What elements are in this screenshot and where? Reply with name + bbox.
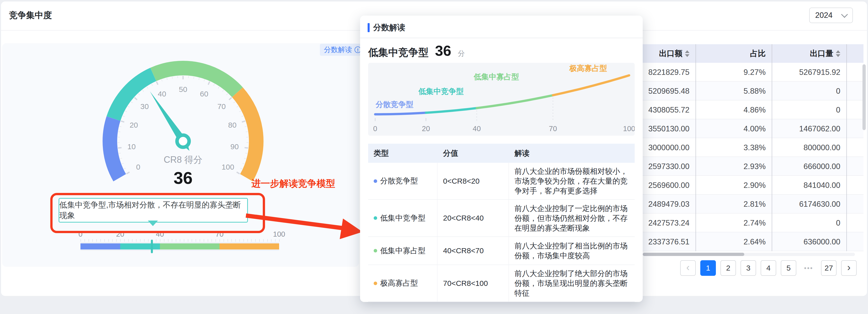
gauge-tick — [229, 98, 231, 100]
table-cell: 2.90% — [695, 176, 772, 195]
gauge-title: CR8 得分 — [164, 154, 203, 165]
gauge-tick — [131, 102, 132, 103]
gauge-tick — [119, 126, 121, 127]
sort-icon[interactable] — [836, 50, 840, 57]
interpretation-cell-type: 低集中寡占型 — [368, 237, 437, 265]
page-title: 竞争集中度 — [9, 9, 52, 21]
table-cell: 3.38% — [695, 138, 772, 157]
gauge-tick — [178, 76, 178, 78]
gauge-segment-3 — [237, 92, 256, 178]
gauge-tick-label: 60 — [200, 90, 208, 98]
gauge-segment-1 — [114, 74, 153, 118]
interpretation-row: 低集中寡占型40<CR8<70前八大企业控制了相当比例的市场份额，市场集中度较高 — [368, 237, 634, 265]
type-name: 极高寡占型 — [380, 278, 418, 288]
interpretation-header-cell: 解读 — [509, 148, 634, 159]
pagination-prev-button[interactable]: ‹ — [680, 260, 696, 276]
table-cell: 666000.00 — [772, 157, 846, 176]
table-cell: 6174630.00 — [772, 195, 846, 213]
curve-segment-label: 极高寡占型 — [569, 64, 607, 72]
column-divider — [695, 44, 696, 251]
table-cell: 2427573.24 — [643, 213, 695, 232]
annotation-text: 进一步解读竞争模型 — [251, 177, 342, 190]
gauge-tick — [242, 121, 245, 122]
gauge-tick-label: 20 — [129, 121, 138, 129]
curve-segment-label: 低集中寡占型 — [473, 73, 519, 81]
gauge-tick-label: 10 — [127, 142, 135, 151]
gauge-tick — [138, 94, 140, 95]
interpretation-cell-range: 0<CR8<20 — [437, 163, 509, 199]
gauge-tick-label: 50 — [179, 85, 187, 94]
type-name: 分散竞争型 — [380, 176, 418, 186]
interpretation-cell-type: 低集中竞争型 — [368, 200, 437, 236]
vertical-scrollbar-thumb[interactable] — [863, 64, 866, 130]
interpretation-row: 低集中竞争型20<CR8<40前八大企业控制了一定比例的市场份额，但市场仍然相对… — [368, 200, 634, 237]
gauge-tick — [234, 102, 235, 103]
column-header-3[interactable]: 出口量 — [772, 44, 846, 63]
type-name: 低集中竞争型 — [380, 213, 426, 223]
table-cell: 2.74% — [695, 213, 772, 232]
score-unit: 分 — [458, 49, 465, 58]
column-header-1[interactable]: 出口额 — [643, 44, 695, 63]
gauge-tick — [118, 148, 121, 148]
pagination-next-button[interactable]: › — [841, 260, 857, 276]
modal-divider — [360, 38, 643, 38]
sort-icon[interactable] — [685, 50, 689, 57]
table-cell: 5267915.92 — [772, 63, 846, 82]
gauge-tick — [242, 163, 244, 164]
gauge-tick — [123, 116, 124, 116]
gauge-tick — [120, 158, 122, 159]
gauge-tick-label: 30 — [140, 102, 149, 110]
table-cell: 3000000.00 — [643, 138, 695, 157]
pagination-ellipsis: ••• — [801, 260, 816, 276]
table-cell: 841040.00 — [772, 176, 846, 195]
table-cell: 2489479.03 — [643, 195, 695, 213]
gauge-tick — [124, 168, 126, 169]
pagination-page-2[interactable]: 2 — [720, 260, 736, 276]
column-divider — [846, 44, 847, 251]
pagination-page-5[interactable]: 5 — [781, 260, 796, 276]
interpretation-table-header: 类型分值解读 — [368, 144, 634, 163]
score-curve-chart: 0204070100分散竞争型低集中竞争型低集中寡占型极高寡占型 — [368, 63, 634, 136]
gauge-tick — [128, 106, 129, 107]
gauge-tick-label: 70 — [217, 102, 225, 110]
table-cell: 2.81% — [695, 195, 772, 213]
curve-segment-2 — [477, 95, 553, 108]
pagination-page-1[interactable]: 1 — [700, 260, 716, 276]
table-cell: 3550130.00 — [643, 119, 695, 138]
gauge-tick — [118, 132, 120, 132]
gauge-tick-label: 0 — [136, 163, 140, 171]
score-value: 36 — [435, 42, 451, 59]
pagination-page-3[interactable]: 3 — [741, 260, 756, 276]
interpretation-row: 极高寡占型70<CR8<100前八大企业控制了绝大部分的市场份额，市场呈现出明显… — [368, 265, 634, 302]
interpretation-cell-desc: 前八大企业控制了一定比例的市场份额，但市场仍然相对分散，不存在明显的寡头垄断现象 — [509, 200, 634, 236]
table-cell: 636000.00 — [772, 232, 846, 251]
curve-axis-label: 40 — [473, 125, 481, 133]
gauge-tick — [226, 94, 228, 95]
pagination-page-27[interactable]: 27 — [821, 260, 837, 276]
interpretation-cell-desc: 前八大企业控制了绝大部分的市场份额，市场呈现出明显的寡头垄断特征 — [509, 265, 634, 302]
column-divider — [772, 44, 772, 251]
gauge-tick — [239, 111, 241, 112]
horizontal-scrollbar-thumb[interactable] — [643, 253, 744, 256]
gauge-tick — [214, 84, 215, 86]
table-cell: 2.93% — [695, 157, 772, 176]
chevron-down-icon — [841, 11, 848, 18]
pagination-page-4[interactable]: 4 — [761, 260, 776, 276]
column-header-label: 占比 — [750, 48, 766, 59]
gauge-tick-label: 90 — [230, 142, 239, 151]
year-select[interactable]: 2024 — [809, 7, 853, 23]
annotation-arrow — [239, 209, 370, 241]
table-cell: 2597330.00 — [643, 157, 695, 176]
gauge-tick — [134, 98, 137, 100]
modal-titlebar: 分数解读 — [368, 22, 405, 33]
gauge-tick — [244, 158, 246, 159]
curve-segment-1 — [426, 108, 477, 113]
range-bar-marker[interactable] — [151, 240, 153, 253]
gauge-tick — [245, 148, 248, 148]
table-cell: 0 — [772, 101, 846, 119]
gauge-tick — [204, 79, 205, 81]
column-header-label: 出口额 — [659, 48, 682, 59]
interpretation-cell-type: 分散竞争型 — [368, 163, 437, 199]
table-cell: 0 — [772, 213, 846, 232]
gauge-tick — [246, 132, 248, 132]
